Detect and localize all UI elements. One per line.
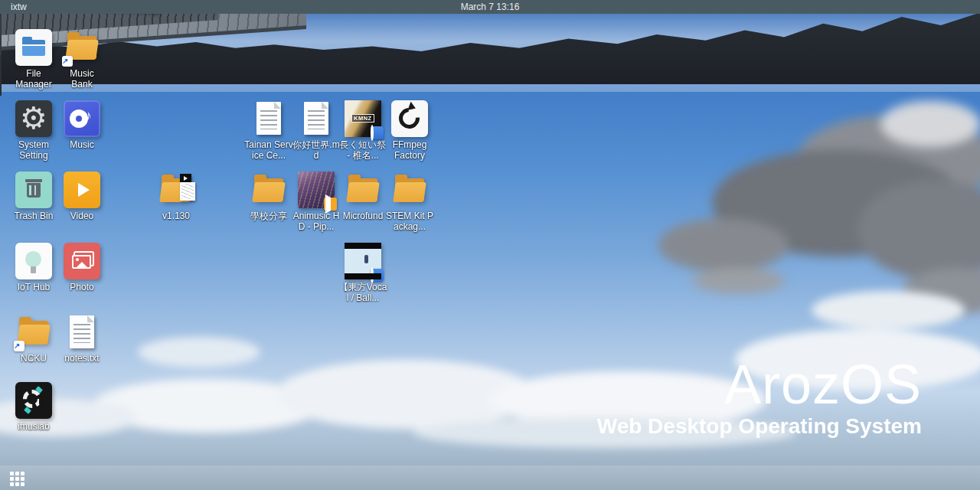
- desktop-icon-video[interactable]: Video: [57, 172, 107, 222]
- icon-label: 學校分享: [243, 211, 294, 222]
- ffmpeg-factory-icon: [391, 100, 428, 137]
- system-setting-icon: ⚙: [15, 100, 52, 137]
- school-share-icon: [250, 172, 287, 208]
- icon-label: Music Bank: [57, 69, 107, 90]
- apps-grid-icon: [21, 477, 24, 481]
- icon-label: Tainan Serv ice Ce...: [243, 140, 294, 161]
- desktop-icon-hello-world-md[interactable]: 你好世界.m d: [291, 100, 341, 161]
- iot-hub-icon: [15, 243, 52, 279]
- icon-label: 你好世界.m d: [291, 140, 341, 161]
- desktop-icon-iot-hub[interactable]: IoT Hub: [8, 243, 59, 293]
- folder-front: [346, 182, 380, 202]
- media-badge-icon: [371, 126, 384, 139]
- text-document-icon: [256, 102, 281, 135]
- desktop-icon-stem-kit[interactable]: STEM Kit P ackag...: [384, 172, 435, 232]
- tainan-doc-icon: [250, 100, 287, 137]
- folder-front: [252, 182, 286, 202]
- desktop-icon-photo[interactable]: Photo: [57, 243, 107, 293]
- desktop-icons: File Manager↗Music Bank⚙System Setting♪M…: [0, 0, 980, 490]
- folder-front: [393, 182, 426, 202]
- desktop-icon-touhou-media[interactable]: 【東方Voca l / Ball...: [338, 243, 388, 303]
- desktop-icon-imuslab[interactable]: imuslab: [8, 382, 59, 433]
- notes-txt-icon: [64, 314, 100, 351]
- video-icon: [64, 172, 100, 208]
- music-note-icon: ♪: [85, 108, 92, 124]
- icon-label: Trash Bin: [8, 211, 59, 222]
- icon-label: 【東方Voca l / Ball...: [338, 283, 388, 303]
- shortcut-badge-icon: ↗: [14, 341, 24, 351]
- icon-label: System Setting: [8, 140, 59, 161]
- icon-label: Photo: [57, 283, 107, 293]
- desktop[interactable]: ArozOS Web Desktop Operating System File…: [0, 0, 980, 490]
- thumbnail-figure: [364, 255, 368, 263]
- icon-label: NCKU: [8, 354, 59, 364]
- desktop-icon-animusic[interactable]: Animusic H D - Pip...: [291, 172, 341, 232]
- apps-grid-icon: [15, 477, 19, 481]
- apps-grid-icon: [10, 472, 14, 475]
- apps-grid-icon: [15, 482, 19, 486]
- icon-label: FFmpeg Factory: [384, 140, 435, 161]
- desktop-icon-ffmpeg-factory[interactable]: FFmpeg Factory: [384, 100, 435, 161]
- username-label[interactable]: ixtw: [11, 2, 27, 12]
- stem-kit-icon: [391, 172, 428, 208]
- desktop-icon-file-manager[interactable]: File Manager: [8, 29, 59, 90]
- hello-world-md-icon: [298, 100, 335, 137]
- icon-label: IoT Hub: [8, 283, 59, 293]
- touhou-media-icon: [345, 243, 381, 279]
- media-badge-icon: [371, 269, 384, 282]
- blue-folder-icon: [22, 40, 45, 56]
- desktop-icon-music[interactable]: ♪Music: [57, 100, 107, 151]
- text-document-icon: [70, 315, 94, 348]
- icon-label: File Manager: [8, 69, 59, 90]
- imuslab-icon: [15, 382, 52, 419]
- text-document-icon: [304, 102, 328, 135]
- gear-icon: ⚙: [15, 100, 52, 137]
- icon-label: Microfund: [338, 211, 388, 222]
- trash-can-icon: [27, 183, 41, 198]
- trash-bin-icon: [15, 172, 52, 208]
- icon-label: v1.130: [151, 211, 201, 222]
- play-icon: [78, 183, 90, 197]
- desktop-icon-trash-bin[interactable]: Trash Bin: [8, 172, 59, 222]
- play-badge-icon: [324, 198, 337, 211]
- shortcut-badge-icon: ↗: [62, 56, 73, 67]
- kmnz-media-icon: KMNZ: [345, 100, 381, 137]
- desktop-icon-school-share[interactable]: 學校分享: [243, 172, 294, 222]
- desktop-icon-kmnz-media[interactable]: KMNZ長く短い祭 - 椎名...: [338, 100, 388, 161]
- icon-label: Music: [57, 140, 107, 151]
- v1130-icon: [158, 172, 194, 208]
- apps-grid-icon: [15, 472, 19, 475]
- icon-label: Animusic H D - Pip...: [291, 211, 341, 232]
- music-bank-icon: ↗: [64, 29, 100, 66]
- apps-grid-icon: [21, 472, 24, 475]
- taskbar: [0, 466, 980, 490]
- icon-label: STEM Kit P ackag...: [384, 211, 435, 232]
- ncku-icon: ↗: [15, 314, 52, 351]
- icon-label: 長く短い祭 - 椎名...: [338, 140, 388, 161]
- light-bulb-icon: [25, 251, 41, 267]
- apps-grid-icon: [10, 477, 14, 481]
- desktop-icon-ncku[interactable]: ↗NCKU: [8, 314, 59, 364]
- desktop-icon-notes-txt[interactable]: notes.txt: [57, 314, 107, 364]
- thumbnail-caption: KMNZ: [351, 114, 374, 122]
- desktop-icon-system-setting[interactable]: ⚙System Setting: [8, 100, 59, 161]
- animusic-icon: [298, 172, 335, 208]
- desktop-icon-music-bank[interactable]: ↗Music Bank: [57, 29, 107, 90]
- apps-grid-icon: [21, 482, 24, 486]
- desktop-icon-tainan-doc[interactable]: Tainan Serv ice Ce...: [243, 100, 294, 161]
- desktop-icon-v1130[interactable]: v1.130: [151, 172, 201, 222]
- apps-menu-button[interactable]: [10, 472, 24, 486]
- logo-gap: [39, 397, 47, 404]
- icon-label: notes.txt: [57, 354, 107, 364]
- file-manager-icon: [15, 29, 52, 66]
- photo-icon: [64, 243, 100, 279]
- preview-thumb-light: [180, 182, 195, 201]
- apps-grid-icon: [10, 482, 14, 486]
- music-icon: ♪: [64, 100, 100, 137]
- photo-stack-icon: [72, 255, 91, 269]
- clock-label: March 7 13:16: [461, 2, 520, 12]
- topbar: ixtw March 7 13:16: [0, 0, 980, 14]
- microfund-icon: [345, 172, 381, 208]
- icon-label: imuslab: [8, 422, 59, 433]
- desktop-icon-microfund[interactable]: Microfund: [338, 172, 388, 222]
